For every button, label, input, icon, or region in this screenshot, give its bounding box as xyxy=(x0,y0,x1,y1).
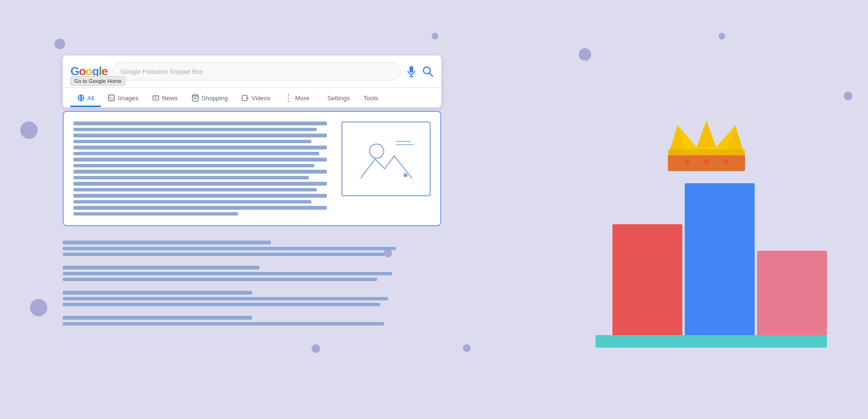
dot-2 xyxy=(432,33,438,40)
result-4-lines xyxy=(63,316,441,325)
crown-icon xyxy=(658,116,755,183)
snippet-line xyxy=(73,188,317,191)
result-line xyxy=(63,297,388,300)
svg-marker-13 xyxy=(247,96,248,99)
snippet-line xyxy=(73,140,312,143)
result-line xyxy=(63,272,392,275)
search-input[interactable]: Google Featured Snippet Box xyxy=(112,62,401,81)
search-icon[interactable] xyxy=(422,66,434,77)
snippet-line xyxy=(73,164,314,167)
result-1 xyxy=(63,241,441,256)
tab-videos-label: Videos xyxy=(252,95,271,102)
dot-7 xyxy=(30,299,47,316)
result-line xyxy=(63,291,252,295)
chart-base xyxy=(596,335,827,348)
dot-5 xyxy=(20,122,38,139)
chart-bar-red xyxy=(612,224,682,335)
tab-settings[interactable]: Settings xyxy=(321,91,357,107)
tab-images-label: Images xyxy=(118,95,138,102)
svg-point-27 xyxy=(723,160,729,165)
content-area xyxy=(63,111,441,335)
videos-icon xyxy=(242,94,249,102)
tab-videos[interactable]: Videos xyxy=(235,90,278,107)
svg-rect-6 xyxy=(108,95,114,101)
snippet-text-lines xyxy=(73,122,327,216)
result-1-lines xyxy=(63,241,441,256)
svg-point-25 xyxy=(684,160,690,165)
tab-all[interactable]: All xyxy=(70,90,101,107)
snippet-line xyxy=(73,194,327,198)
tab-news-label: News xyxy=(162,95,178,102)
featured-snippet xyxy=(63,111,441,226)
result-line xyxy=(63,247,396,250)
snippet-line xyxy=(73,152,319,155)
snippet-line xyxy=(73,146,327,149)
tab-all-label: All xyxy=(87,95,94,102)
result-4 xyxy=(63,316,441,325)
result-3-lines xyxy=(63,291,441,306)
svg-point-7 xyxy=(110,96,111,97)
tab-tools[interactable]: Tools xyxy=(357,91,385,107)
snippet-line xyxy=(73,134,327,137)
snippet-line xyxy=(73,200,312,203)
nav-divider xyxy=(318,95,319,103)
chart-bar-blue xyxy=(685,183,755,335)
dot-11 xyxy=(844,92,853,100)
all-icon xyxy=(77,94,85,102)
svg-rect-12 xyxy=(242,95,247,101)
images-icon xyxy=(108,94,115,102)
dot-9 xyxy=(463,344,471,352)
snippet-line xyxy=(73,158,327,162)
snippet-image xyxy=(341,122,431,196)
dot-1 xyxy=(54,39,65,49)
result-line xyxy=(63,253,384,256)
search-input-text: Google Featured Snippet Box xyxy=(121,68,203,75)
tab-shopping[interactable]: Shopping xyxy=(185,90,235,107)
svg-rect-8 xyxy=(153,95,159,100)
dot-8 xyxy=(312,344,320,353)
tab-more-label: More xyxy=(295,95,310,102)
snippet-line xyxy=(73,206,327,210)
result-line xyxy=(63,322,384,325)
tab-images[interactable]: Images xyxy=(101,90,145,107)
snippet-line xyxy=(73,212,238,216)
news-icon xyxy=(152,94,160,102)
mic-icon[interactable] xyxy=(406,66,417,77)
tab-news[interactable]: News xyxy=(145,90,185,107)
result-line xyxy=(63,266,259,270)
google-panel: Google Google Featured Snippet Box Go to… xyxy=(63,55,441,108)
snippet-line xyxy=(73,182,327,186)
tab-settings-label: Settings xyxy=(327,95,350,102)
dot-4 xyxy=(579,48,591,61)
crown-container xyxy=(658,116,755,183)
tab-tools-label: Tools xyxy=(364,95,378,102)
tab-shopping-label: Shopping xyxy=(202,95,228,102)
dot-3 xyxy=(719,33,725,40)
svg-line-3 xyxy=(430,73,433,77)
result-line xyxy=(63,278,377,281)
result-2-lines xyxy=(63,266,441,281)
result-line xyxy=(63,316,252,320)
more-dots-icon: ⋮ xyxy=(284,94,293,102)
snippet-line xyxy=(73,170,327,174)
nav-row: Go to Google Home All Images News Shoppi… xyxy=(63,88,441,108)
snippet-line xyxy=(73,128,317,131)
tab-more[interactable]: ⋮ More xyxy=(277,90,316,108)
result-line xyxy=(63,303,380,306)
chart-bar-pink xyxy=(757,251,827,335)
svg-point-17 xyxy=(404,173,407,177)
result-line xyxy=(63,241,271,244)
svg-marker-22 xyxy=(697,121,716,147)
svg-point-26 xyxy=(704,160,709,165)
snippet-line xyxy=(73,122,327,125)
image-placeholder-icon xyxy=(357,133,415,186)
result-3 xyxy=(63,291,441,306)
shopping-icon xyxy=(191,94,199,102)
result-2 xyxy=(63,266,441,281)
snippet-line xyxy=(73,176,309,179)
svg-point-16 xyxy=(369,144,383,158)
google-home-tooltip: Go to Google Home xyxy=(70,76,125,86)
